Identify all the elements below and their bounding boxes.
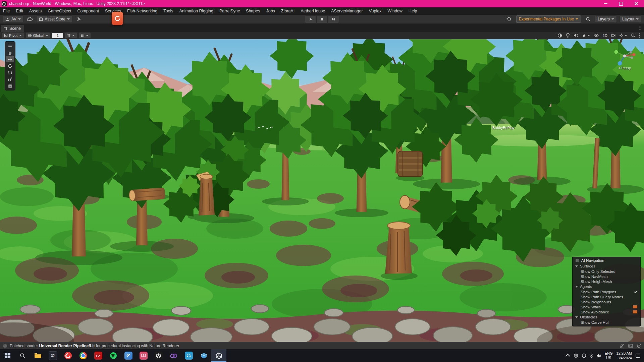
volume-icon[interactable] — [596, 354, 601, 358]
network-icon[interactable] — [574, 353, 578, 358]
nav-item-show-navmesh[interactable]: Show NavMesh — [573, 274, 640, 279]
menu-file[interactable]: File — [0, 7, 13, 15]
unity-editor-taskbar-icon[interactable] — [211, 349, 226, 362]
scale-tool[interactable] — [6, 76, 14, 82]
cloud-button[interactable] — [25, 16, 34, 22]
tray-expand-icon[interactable] — [565, 354, 570, 358]
mode-2d-toggle[interactable]: 2D — [602, 34, 607, 38]
nav-item-show-walls[interactable]: Show Walls — [573, 304, 640, 309]
audio-toggle-icon[interactable] — [574, 33, 578, 38]
scene-more-icon[interactable] — [639, 33, 640, 38]
view-hand-tool[interactable] — [6, 49, 14, 56]
nav-item-show-neighbours[interactable]: Show Neighbours — [573, 299, 640, 304]
notification-center-icon[interactable] — [636, 353, 641, 358]
spotify-icon[interactable] — [106, 349, 121, 362]
overlay-grip-icon[interactable] — [6, 43, 14, 49]
pause-button[interactable] — [316, 15, 328, 23]
minimize-button[interactable] — [598, 0, 613, 7]
scene-search-icon[interactable] — [631, 33, 635, 38]
ai-navigation-header[interactable]: AI Navigation — [573, 258, 640, 263]
rect-tool[interactable] — [6, 69, 14, 76]
start-button[interactable] — [0, 349, 15, 362]
nav-section-agents[interactable]: Agents — [573, 284, 640, 289]
menu-parrelsync[interactable]: ParrelSync — [216, 7, 243, 15]
visual-studio-icon[interactable] — [166, 349, 181, 362]
security-shield-icon[interactable] — [582, 353, 586, 358]
account-dropdown[interactable]: AV — [3, 15, 23, 23]
effects-dropdown[interactable] — [582, 33, 590, 38]
menu-aservermanager[interactable]: AServerManager — [328, 7, 366, 15]
color-swatch[interactable] — [633, 310, 638, 314]
move-tool[interactable] — [6, 56, 14, 62]
scene-camera-icon[interactable] — [611, 33, 615, 38]
rotate-tool[interactable] — [6, 63, 14, 69]
asset-store-dropdown[interactable]: Asset Store — [36, 15, 72, 23]
reading-app-icon[interactable] — [136, 349, 151, 362]
render-mode-icon[interactable] — [557, 33, 562, 38]
menu-aetherhouse[interactable]: AetherHouse — [298, 7, 328, 15]
visibility-toggle-icon[interactable] — [594, 34, 599, 37]
undo-history-button[interactable] — [505, 16, 514, 22]
tab-options-icon[interactable] — [636, 24, 644, 32]
nav-section-obstacles[interactable]: Obstacles — [573, 314, 640, 320]
counter-widget-icon[interactable]: 32 — [45, 349, 60, 362]
services-gear-button[interactable] — [74, 16, 83, 22]
scene-viewport[interactable]: < Persp BobbyBePlay AI Navigation Surfac… — [0, 39, 644, 342]
menu-help[interactable]: Help — [406, 7, 420, 15]
unity-hub-icon[interactable] — [151, 349, 166, 362]
taskbar-clock[interactable]: 12:20 AM 3/4/2024 — [616, 351, 632, 361]
chrome-browser-icon[interactable] — [75, 349, 91, 362]
menu-window[interactable]: Window — [384, 7, 405, 15]
menu-zibraai[interactable]: ZibraAI — [278, 7, 298, 15]
snap-increment-dropdown[interactable] — [79, 33, 91, 38]
status-bar[interactable]: Patched shader Universal Render Pipeline… — [0, 342, 644, 349]
menu-gameobject[interactable]: GameObject — [45, 7, 74, 15]
blue-cube-app-icon[interactable] — [196, 349, 211, 362]
notifications-muted-icon[interactable] — [620, 344, 624, 348]
global-dropdown[interactable]: Global — [26, 33, 50, 38]
menu-assets[interactable]: Assets — [26, 7, 45, 15]
taskbar-search-button[interactable] — [15, 349, 30, 362]
bluetooth-icon[interactable] — [590, 353, 593, 358]
transform-tool[interactable] — [6, 83, 14, 89]
scene-tab[interactable]: Scene — [1, 25, 24, 32]
search-button[interactable] — [584, 16, 592, 22]
close-button[interactable] — [629, 0, 644, 7]
menu-component[interactable]: Component — [74, 7, 102, 15]
menu-fish-networking[interactable]: Fish-Networking — [124, 7, 160, 15]
layout-dropdown[interactable]: Layout — [620, 15, 641, 23]
blue-app-icon[interactable] — [121, 349, 136, 362]
nav-item-show-only-selected[interactable]: Show Only Selected — [573, 269, 640, 274]
play-button[interactable] — [305, 15, 316, 23]
orientation-gizmo[interactable]: < Persp — [608, 46, 641, 70]
language-indicator[interactable]: ENG US — [605, 351, 613, 360]
nav-item-show-path-polygons[interactable]: Show Path Polygons — [573, 289, 640, 294]
menu-jobs[interactable]: Jobs — [263, 7, 278, 15]
nav-item-show-carve-hull[interactable]: Show Carve Hull — [573, 320, 640, 325]
console-messages-icon[interactable] — [628, 344, 633, 348]
maximize-button[interactable] — [613, 0, 629, 7]
filezilla-icon[interactable]: FZ — [91, 349, 106, 362]
menu-tools[interactable]: Tools — [160, 7, 176, 15]
menu-shapes[interactable]: Shapes — [243, 7, 263, 15]
status-ok-icon[interactable] — [637, 344, 641, 348]
lighting-toggle-icon[interactable] — [566, 33, 570, 38]
grid-size-field[interactable]: 1 — [52, 33, 63, 38]
file-explorer-icon[interactable] — [30, 349, 45, 362]
nav-item-show-heightmesh[interactable]: Show HeightMesh — [573, 279, 640, 284]
gizmos-dropdown[interactable] — [619, 33, 627, 38]
nav-item-show-avoidance[interactable]: Show Avoidance — [573, 309, 640, 314]
vscode-icon[interactable] — [181, 349, 196, 362]
vivaldi-browser-icon[interactable] — [60, 349, 75, 362]
menu-vuplex[interactable]: Vuplex — [366, 7, 385, 15]
menu-edit[interactable]: Edit — [13, 7, 26, 15]
menu-animation-rigging[interactable]: Animation Rigging — [176, 7, 216, 15]
color-swatch[interactable] — [633, 305, 638, 309]
experimental-packages-dropdown[interactable]: Experimental Packages In Use — [516, 15, 581, 23]
pivot-dropdown[interactable]: Pivot — [2, 33, 24, 38]
step-button[interactable] — [328, 15, 339, 23]
nav-section-surfaces[interactable]: Surfaces — [573, 263, 640, 269]
layers-dropdown[interactable]: Layers — [595, 15, 617, 23]
grid-snap-dropdown[interactable] — [65, 33, 77, 38]
nav-item-show-path-query-nodes[interactable]: Show Path Query Nodes — [573, 294, 640, 299]
